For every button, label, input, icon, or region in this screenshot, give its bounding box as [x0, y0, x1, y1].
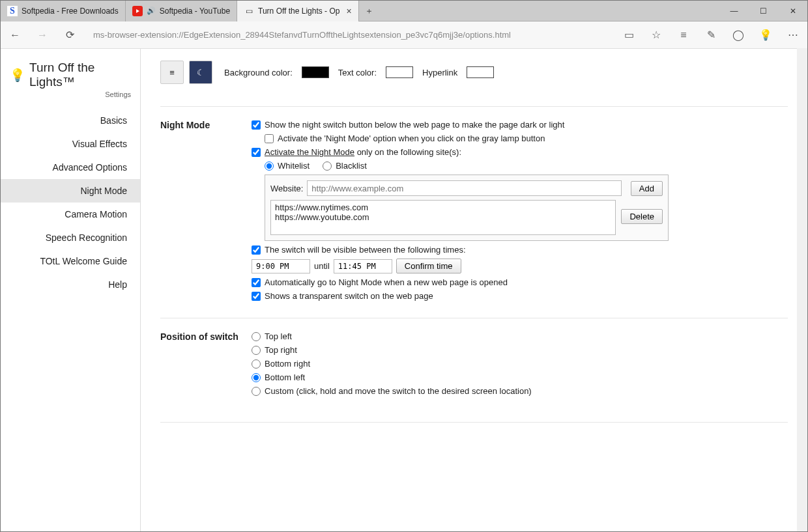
tab-title: Softpedia - YouTube — [160, 7, 230, 16]
lightbulb-icon[interactable]: 💡 — [758, 27, 773, 43]
position-custom-radio[interactable] — [252, 387, 261, 396]
forward-button[interactable]: → — [35, 27, 50, 43]
transparent-switch-label: Shows a transparent switch on the web pa… — [265, 291, 433, 301]
app-title-text: Turn Off the Lights™ — [29, 61, 131, 89]
page-scrollbar[interactable] — [797, 48, 807, 531]
close-window-button[interactable]: ✕ — [778, 1, 807, 21]
position-custom-label: Custom (click, hold and move the switch … — [265, 386, 532, 396]
favicon-youtube — [132, 6, 143, 16]
sidebar-item-camera-motion[interactable]: Camera Motion — [1, 203, 140, 226]
night-icon-button[interactable]: ☾ — [189, 61, 212, 84]
position-top-left-radio[interactable] — [252, 332, 261, 341]
app-title: 💡 Turn Off the Lights™ — [1, 61, 140, 91]
visible-times-label: The switch will be visible between the f… — [265, 245, 466, 255]
position-bottom-left-radio[interactable] — [252, 373, 261, 382]
auto-night-checkbox[interactable] — [252, 278, 261, 287]
sidebar-item-basics[interactable]: Basics — [1, 109, 140, 132]
notes-icon[interactable]: ✎ — [703, 27, 719, 43]
add-button[interactable]: Add — [631, 181, 663, 196]
position-top-left-label: Top left — [265, 331, 292, 341]
browser-toolbar: ← → ⟳ ms-browser-extension://EdgeExtensi… — [1, 21, 807, 49]
until-label: until — [314, 261, 330, 271]
favicon-softpedia: S — [7, 6, 18, 16]
whitelist-radio[interactable] — [265, 161, 274, 171]
position-top-right-radio[interactable] — [252, 346, 261, 355]
browser-tab-2[interactable]: ▭ Turn Off the Lights - Op × — [237, 1, 359, 21]
show-switch-checkbox[interactable] — [252, 120, 261, 130]
share-icon[interactable]: ◯ — [730, 27, 746, 43]
page-content: 💡 Turn Off the Lights™ Settings Basics V… — [1, 49, 807, 531]
settings-sidebar: 💡 Turn Off the Lights™ Settings Basics V… — [1, 49, 141, 531]
menu-button[interactable]: ≡ — [160, 61, 184, 84]
transparent-switch-checkbox[interactable] — [252, 292, 261, 301]
hyperlink-label: Hyperlink — [422, 68, 457, 77]
app-subtitle: Settings — [1, 91, 140, 109]
sidebar-item-welcome-guide[interactable]: TOtL Welcome Guide — [1, 249, 140, 273]
position-bottom-right-label: Bottom right — [265, 359, 310, 369]
night-mode-section-label: Night Mode — [160, 120, 252, 305]
close-tab-icon[interactable]: × — [346, 6, 351, 16]
sidebar-item-night-mode[interactable]: Night Mode — [1, 179, 140, 203]
position-section-label: Position of switch — [160, 331, 252, 400]
activate-click-label: Activate the 'Night Mode' option when yo… — [278, 133, 545, 143]
new-tab-button[interactable]: ＋ — [359, 5, 380, 17]
show-switch-label: Show the night switch button below the w… — [265, 120, 564, 130]
activate-sites-label: Activate the Night Mode only on the foll… — [265, 147, 461, 157]
position-bottom-right-radio[interactable] — [252, 359, 261, 369]
url-whitelist-box: Website: Add https://www.nytimes.com htt… — [265, 175, 669, 241]
position-section: Position of switch Top left Top right Bo… — [160, 318, 788, 413]
whitelist-label: Whitelist — [278, 161, 310, 171]
sidebar-item-speech-recognition[interactable]: Speech Recognition — [1, 226, 140, 249]
minimize-button[interactable]: — — [719, 1, 749, 21]
bg-color-label: Background color: — [224, 68, 293, 77]
maximize-button[interactable]: ☐ — [749, 1, 778, 21]
bulb-icon: 💡 — [10, 68, 25, 83]
text-color-label: Text color: — [338, 68, 377, 77]
more-icon[interactable]: ⋯ — [785, 27, 801, 43]
settings-main: ≡ ☾ Background color: Text color: Hyperl… — [141, 49, 807, 531]
activate-sites-checkbox[interactable] — [252, 148, 261, 157]
section-divider — [160, 422, 788, 423]
sidebar-item-visual-effects[interactable]: Visual Effects — [1, 132, 140, 156]
confirm-time-button[interactable]: Confirm time — [396, 259, 461, 273]
bg-color-swatch[interactable] — [302, 66, 329, 78]
blacklist-label: Blacklist — [336, 161, 367, 171]
auto-night-label: Automatically go to Night Mode when a ne… — [265, 277, 508, 287]
page-icon: ▭ — [244, 6, 254, 16]
visible-times-checkbox[interactable] — [252, 245, 261, 255]
window-controls: — ☐ ✕ — [719, 1, 807, 21]
position-top-right-label: Top right — [265, 345, 297, 355]
color-topbar: ≡ ☾ Background color: Text color: Hyperl… — [160, 61, 788, 84]
activate-click-checkbox[interactable] — [265, 134, 274, 143]
time-to-input[interactable] — [334, 259, 392, 273]
address-bar[interactable]: ms-browser-extension://EdgeExtension_289… — [89, 27, 609, 42]
browser-tab-0[interactable]: S Softpedia - Free Downloads — [1, 1, 126, 21]
tab-title: Softpedia - Free Downloads — [22, 7, 119, 16]
audio-icon: 🔊 — [147, 7, 156, 15]
text-color-swatch[interactable] — [386, 66, 413, 78]
browser-tab-1[interactable]: 🔊 Softpedia - YouTube — [126, 1, 237, 21]
reading-view-icon[interactable]: ▭ — [621, 27, 637, 43]
position-bottom-left-label: Bottom left — [265, 372, 305, 382]
website-list[interactable]: https://www.nytimes.com https://www.yout… — [270, 200, 616, 235]
sidebar-item-advanced-options[interactable]: Advanced Options — [1, 156, 140, 179]
refresh-button[interactable]: ⟳ — [62, 27, 78, 43]
delete-button[interactable]: Delete — [621, 209, 663, 224]
favorite-icon[interactable]: ☆ — [648, 27, 664, 43]
website-input[interactable] — [307, 180, 622, 196]
time-from-input[interactable] — [252, 259, 310, 273]
tab-title: Turn Off the Lights - Op — [258, 7, 339, 16]
browser-tabbar: S Softpedia - Free Downloads 🔊 Softpedia… — [1, 1, 807, 21]
night-mode-section: Night Mode Show the night switch button … — [160, 106, 788, 318]
sidebar-item-help[interactable]: Help — [1, 273, 140, 296]
hyperlink-color-swatch[interactable] — [467, 66, 494, 78]
hub-icon[interactable]: ≡ — [676, 27, 691, 43]
back-button[interactable]: ← — [7, 27, 23, 43]
blacklist-radio[interactable] — [323, 161, 332, 171]
website-label: Website: — [270, 184, 303, 193]
